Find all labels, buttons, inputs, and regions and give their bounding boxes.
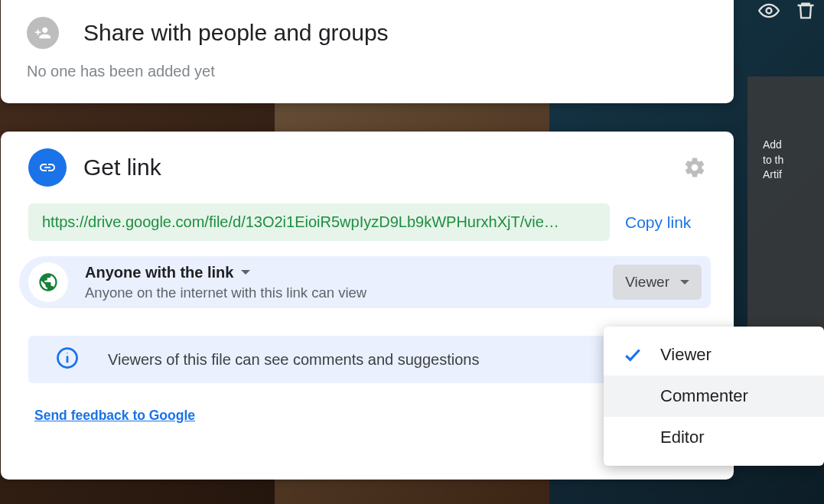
role-dropdown-button[interactable]: Viewer xyxy=(613,265,702,300)
svg-point-3 xyxy=(67,353,68,354)
person-add-icon xyxy=(27,17,59,49)
getlink-title: Get link xyxy=(83,154,666,180)
share-dialog: Share with people and groups No one has … xyxy=(1,0,734,103)
role-dropdown-menu: Viewer Commenter Editor xyxy=(604,327,824,466)
scope-dropdown[interactable]: Anyone with the link xyxy=(85,264,596,281)
role-button-label: Viewer xyxy=(625,274,669,291)
scope-description: Anyone on the internet with this link ca… xyxy=(85,285,596,301)
share-url-box[interactable]: https://drive.google.com/file/d/13O2i1Ei… xyxy=(28,203,610,241)
info-icon xyxy=(56,346,79,372)
info-text: Viewers of this file can see comments an… xyxy=(108,351,479,369)
role-option-label: Editor xyxy=(660,428,704,447)
copy-link-button[interactable]: Copy link xyxy=(625,213,691,232)
gear-icon[interactable] xyxy=(683,156,706,179)
check-icon xyxy=(622,345,643,365)
role-option-editor[interactable]: Editor xyxy=(604,417,824,458)
chevron-down-icon xyxy=(241,270,250,275)
share-subtext: No one has been added yet xyxy=(27,63,708,80)
globe-icon xyxy=(28,262,68,302)
send-feedback-link[interactable]: Send feedback to Google xyxy=(34,408,195,424)
role-option-label: Commenter xyxy=(660,386,748,406)
chevron-down-icon xyxy=(680,280,689,285)
role-option-commenter[interactable]: Commenter xyxy=(604,376,824,417)
link-icon xyxy=(28,148,67,187)
svg-point-0 xyxy=(767,8,772,14)
scope-title: Anyone with the link xyxy=(85,264,233,281)
preview-toolbar xyxy=(758,0,816,24)
eye-icon[interactable] xyxy=(758,0,780,24)
share-title: Share with people and groups xyxy=(83,20,389,46)
role-option-label: Viewer xyxy=(660,345,712,365)
role-option-viewer[interactable]: Viewer xyxy=(604,334,824,376)
delete-icon[interactable] xyxy=(795,0,816,24)
link-scope-row: Anyone with the link Anyone on the inter… xyxy=(19,256,711,308)
